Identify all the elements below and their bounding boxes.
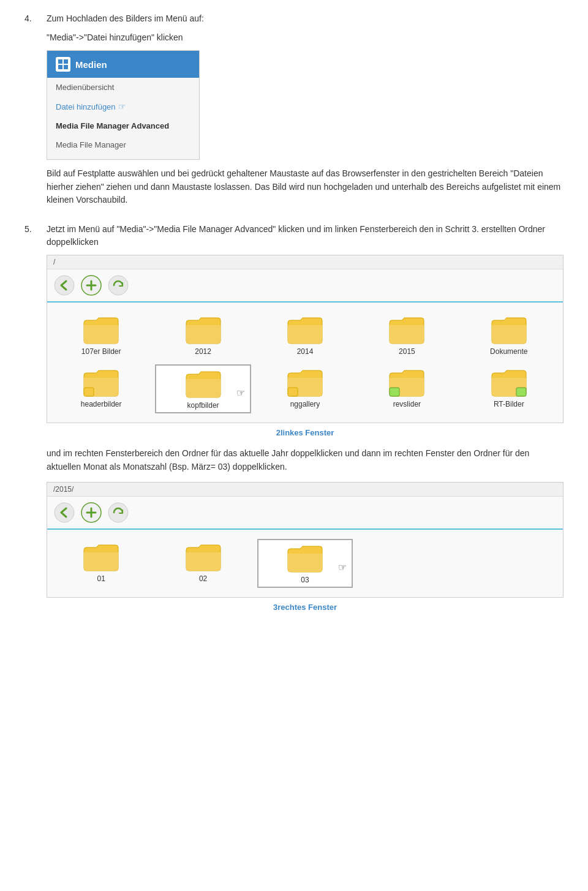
fm1-toolbar [47, 269, 563, 303]
folder-2015[interactable]: 2015 [359, 312, 454, 358]
menu-item-datei-hinzufugen[interactable]: Datei hinzufügen ☞ [47, 97, 199, 116]
menu-item-media-file-manager[interactable]: Media File Manager [47, 135, 199, 159]
folder-revslider[interactable]: revslider [359, 364, 454, 413]
step-5-text1: Jetzt im Menü auf "Media"->"Media File M… [47, 223, 564, 249]
fm1-back-button[interactable] [53, 274, 75, 296]
svg-point-13 [55, 503, 74, 522]
cursor-icon: ☞ [118, 102, 126, 111]
step-4-content: Zum Hochladen des Bilders im Menü auf: "… [47, 12, 564, 216]
folder-nggallery[interactable]: nggallery [257, 364, 353, 413]
step-4-text1: Zum Hochladen des Bilders im Menü auf: [47, 12, 564, 25]
folder-label-dokumente: Dokumente [490, 347, 527, 356]
menu-item-medienubersicht[interactable]: Medienübersicht [47, 78, 199, 97]
svg-rect-11 [390, 388, 399, 396]
fm1-refresh-button[interactable] [107, 274, 129, 296]
cursor-hand-icon-2: ☞ [338, 562, 347, 573]
folder-label-2012: 2012 [195, 347, 211, 356]
step-5-number: 5. [24, 223, 37, 622]
svg-point-8 [108, 276, 128, 295]
svg-rect-12 [516, 388, 526, 396]
folder-02[interactable]: 02 [155, 539, 251, 588]
step-4-text3: Bild auf Festplatte auswählen und bei ge… [47, 167, 564, 207]
folder-label-revslider: revslider [393, 400, 421, 408]
svg-point-17 [108, 503, 128, 522]
fm1-add-button[interactable] [80, 274, 102, 296]
cursor-hand-icon: ☞ [236, 387, 245, 399]
folder-label-headerbilder: headerbilder [81, 400, 122, 408]
folder-03[interactable]: ☞ 03 [257, 539, 353, 588]
fm2-caption: 3rechtes Fenster [47, 603, 564, 612]
folder-label-2014: 2014 [297, 347, 314, 356]
filemanager-1: / [47, 255, 564, 423]
folder-label-02: 02 [199, 574, 207, 583]
menu-item-media-file-manager-advanced[interactable]: Media File Manager Advanced [47, 116, 199, 135]
menu-item-datei-label: Datei hinzufügen [56, 102, 116, 111]
media-icon [56, 57, 70, 72]
folder-kopfbilder[interactable]: ☞ kopfbilder [155, 364, 251, 413]
step-5-content: Jetzt im Menü auf "Media"->"Media File M… [47, 223, 564, 622]
step-4: 4. Zum Hochladen des Bilders im Menü auf… [24, 12, 564, 216]
filemanager-2: /2015/ [47, 482, 564, 598]
fm1-files-grid: 107er Bilder 2012 2014 [47, 303, 563, 423]
fm2-toolbar [47, 497, 563, 530]
folder-2014[interactable]: 2014 [257, 312, 353, 358]
step-4-text2: "Media"->"Datei hinzufügen" klicken [47, 31, 564, 44]
folder-rt-bilder[interactable]: RT-Bilder [461, 364, 557, 413]
svg-rect-0 [58, 59, 62, 64]
fm2-path: /2015/ [47, 483, 563, 497]
step-5-text2: und im rechten Fensterbereich den Ordner… [47, 447, 564, 473]
svg-rect-3 [64, 65, 68, 69]
step-4-number: 4. [24, 12, 37, 216]
folder-headerbilder[interactable]: headerbilder [53, 364, 149, 413]
fm2-add-button[interactable] [80, 502, 102, 524]
folder-2012[interactable]: 2012 [155, 312, 251, 358]
folder-label-107er: 107er Bilder [81, 347, 121, 356]
fm1-caption: 2linkes Fenster [47, 428, 564, 437]
fm2-files-grid: 01 02 ☞ 03 [47, 530, 563, 597]
fm2-back-button[interactable] [53, 502, 75, 524]
fm1-path: / [47, 255, 563, 269]
folder-107er-bilder[interactable]: 107er Bilder [53, 312, 149, 358]
svg-rect-1 [64, 59, 68, 64]
menu-header-label: Medien [75, 59, 107, 70]
folder-label-01: 01 [97, 574, 105, 583]
folder-label-nggallery: nggallery [290, 400, 320, 408]
menu-screenshot: Medien Medienübersicht Datei hinzufügen … [47, 50, 200, 160]
folder-01[interactable]: 01 [53, 539, 149, 588]
folder-label-rt-bilder: RT-Bilder [494, 400, 524, 408]
fm2-refresh-button[interactable] [107, 502, 129, 524]
folder-dokumente[interactable]: Dokumente [461, 312, 557, 358]
menu-header: Medien [47, 51, 199, 78]
svg-rect-9 [84, 388, 94, 396]
svg-rect-2 [58, 65, 62, 69]
svg-point-4 [55, 276, 74, 295]
folder-label-03: 03 [301, 576, 309, 584]
step-5: 5. Jetzt im Menü auf "Media"->"Media Fil… [24, 223, 564, 622]
folder-label-2015: 2015 [399, 347, 415, 356]
svg-rect-10 [288, 388, 298, 396]
folder-label-kopfbilder: kopfbilder [187, 401, 219, 410]
